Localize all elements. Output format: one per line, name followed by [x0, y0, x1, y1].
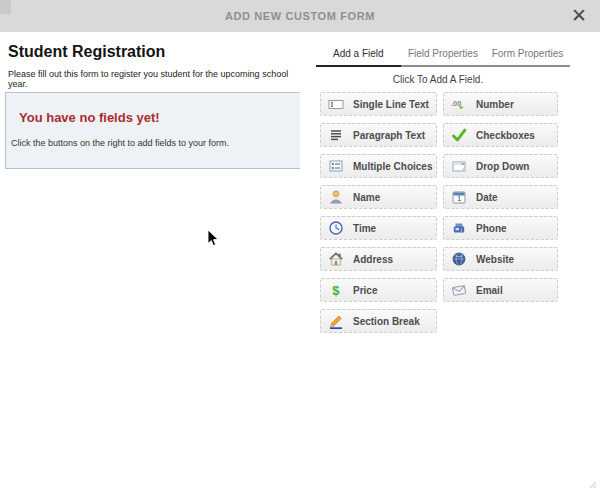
- svg-text:.00: .00: [451, 99, 461, 108]
- field-button-email[interactable]: Email: [443, 278, 558, 302]
- tab-underline: [316, 65, 570, 67]
- field-button-date[interactable]: 1Date: [443, 185, 558, 209]
- tab-field-properties[interactable]: Field Properties: [401, 45, 486, 65]
- tab-add-a-field[interactable]: Add a Field: [316, 45, 401, 65]
- clock-icon: [328, 220, 344, 236]
- house-icon: [328, 251, 344, 267]
- globe-icon: [451, 251, 467, 267]
- field-button-label: Checkboxes: [476, 130, 535, 141]
- field-button-label: Phone: [476, 223, 507, 234]
- panel-instruction: Click To Add A Field.: [300, 74, 576, 85]
- paragraph-lines-icon: [328, 127, 344, 143]
- field-button-label: Date: [476, 192, 498, 203]
- svg-text:1: 1: [457, 195, 461, 202]
- field-button-label: Address: [353, 254, 393, 265]
- close-x-icon[interactable]: ✕: [567, 4, 591, 28]
- tab-form-properties[interactable]: Form Properties: [485, 45, 570, 65]
- field-button-grid: Single Line Text.00NumberParagraph TextC…: [320, 92, 558, 333]
- drop-down-box-icon: [451, 158, 467, 174]
- pencil-break-icon: [328, 313, 344, 329]
- field-button-label: Drop Down: [476, 161, 529, 172]
- field-button-website[interactable]: Website: [443, 247, 558, 271]
- active-tab-underline: [316, 65, 401, 67]
- field-button-drop-down[interactable]: Drop Down: [443, 154, 558, 178]
- tab-bar: Add a FieldField PropertiesForm Properti…: [316, 45, 570, 65]
- field-button-section-break[interactable]: Section Break: [320, 309, 437, 333]
- modal-title: ADD NEW CUSTOM FORM: [0, 0, 600, 32]
- field-tools-panel: Add a FieldField PropertiesForm Properti…: [300, 32, 600, 488]
- field-button-phone[interactable]: Phone: [443, 216, 558, 240]
- number-icon: .00: [451, 96, 467, 112]
- field-button-checkboxes[interactable]: Checkboxes: [443, 123, 558, 147]
- dollar-icon: $: [328, 282, 344, 298]
- empty-fields-box: You have no fields yet! Click the button…: [5, 92, 301, 169]
- field-button-paragraph-text[interactable]: Paragraph Text: [320, 123, 437, 147]
- field-button-label: Single Line Text: [353, 99, 429, 110]
- field-button-label: Multiple Choices: [353, 161, 432, 172]
- field-button-price[interactable]: $Price: [320, 278, 437, 302]
- field-button-label: Name: [353, 192, 380, 203]
- field-button-label: Email: [476, 285, 503, 296]
- svg-text:$: $: [332, 283, 340, 298]
- field-button-time[interactable]: Time: [320, 216, 437, 240]
- modal-header: ADD NEW CUSTOM FORM ✕: [0, 0, 600, 32]
- phone-icon: [451, 220, 467, 236]
- field-button-label: Website: [476, 254, 514, 265]
- field-button-label: Section Break: [353, 316, 420, 327]
- field-button-single-line-text[interactable]: Single Line Text: [320, 92, 437, 116]
- field-button-number[interactable]: .00Number: [443, 92, 558, 116]
- form-subtitle: Please fill out this form to register yo…: [8, 69, 300, 89]
- field-button-address[interactable]: Address: [320, 247, 437, 271]
- field-button-label: Price: [353, 285, 377, 296]
- field-button-multiple-choices[interactable]: Multiple Choices: [320, 154, 437, 178]
- field-button-label: Number: [476, 99, 514, 110]
- empty-fields-message: Click the buttons on the right to add fi…: [11, 138, 229, 148]
- form-preview-panel: Student Registration Please fill out thi…: [0, 32, 300, 488]
- calendar-icon: 1: [451, 189, 467, 205]
- field-button-label: Time: [353, 223, 376, 234]
- envelope-icon: [451, 282, 467, 298]
- add-custom-form-modal: ADD NEW CUSTOM FORM ✕ Student Registrati…: [0, 0, 600, 488]
- form-title: Student Registration: [8, 43, 165, 61]
- field-button-label: Paragraph Text: [353, 130, 425, 141]
- choice-list-icon: [328, 158, 344, 174]
- single-line-text-icon: [328, 96, 344, 112]
- person-icon: [328, 189, 344, 205]
- field-button-name[interactable]: Name: [320, 185, 437, 209]
- green-check-icon: [451, 127, 467, 143]
- resize-grip-icon[interactable]: [587, 475, 597, 485]
- empty-fields-heading: You have no fields yet!: [19, 110, 160, 125]
